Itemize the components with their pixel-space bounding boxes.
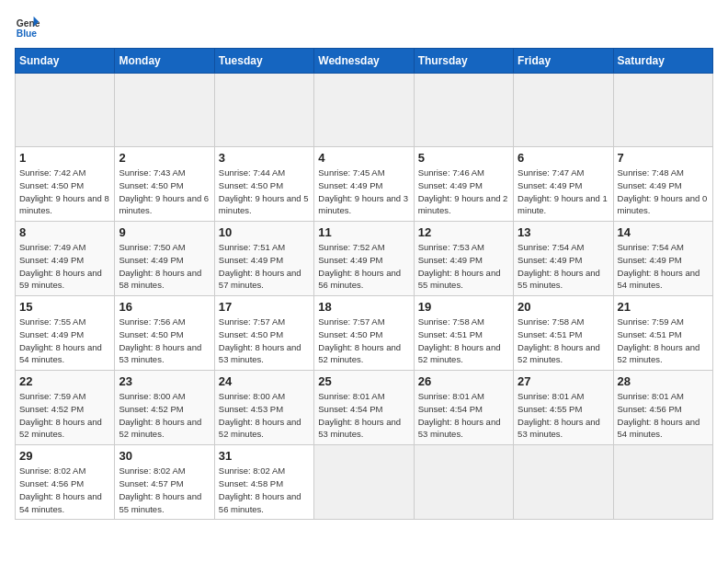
day-number: 6 (518, 151, 609, 165)
day-number: 27 (518, 374, 609, 388)
day-number: 14 (618, 225, 709, 239)
day-header-tuesday: Tuesday (214, 49, 313, 74)
calendar-cell: 10Sunrise: 7:51 AM Sunset: 4:49 PM Dayli… (214, 222, 313, 296)
day-number: 4 (318, 151, 409, 165)
calendar-cell: 1Sunrise: 7:42 AM Sunset: 4:50 PM Daylig… (16, 147, 115, 222)
calendar-cell: 23Sunrise: 8:00 AM Sunset: 4:52 PM Dayli… (115, 371, 214, 445)
day-info: Sunrise: 7:54 AM Sunset: 4:49 PM Dayligh… (618, 241, 709, 292)
day-number: 21 (618, 300, 709, 314)
calendar-cell: 4Sunrise: 7:45 AM Sunset: 4:49 PM Daylig… (314, 147, 414, 222)
day-info: Sunrise: 7:59 AM Sunset: 4:52 PM Dayligh… (19, 390, 110, 441)
calendar-cell: 14Sunrise: 7:54 AM Sunset: 4:49 PM Dayli… (613, 222, 712, 296)
day-info: Sunrise: 7:43 AM Sunset: 4:50 PM Dayligh… (119, 167, 210, 217)
day-number: 9 (119, 225, 210, 239)
calendar-cell: 6Sunrise: 7:47 AM Sunset: 4:49 PM Daylig… (514, 147, 613, 222)
day-number: 31 (219, 449, 310, 463)
week-row-4: 22Sunrise: 7:59 AM Sunset: 4:52 PM Dayli… (16, 371, 713, 445)
day-info: Sunrise: 7:49 AM Sunset: 4:49 PM Dayligh… (19, 241, 110, 292)
calendar-cell: 7Sunrise: 7:48 AM Sunset: 4:49 PM Daylig… (613, 147, 712, 222)
calendar-cell: 5Sunrise: 7:46 AM Sunset: 4:49 PM Daylig… (414, 147, 513, 222)
week-row-3: 15Sunrise: 7:55 AM Sunset: 4:49 PM Dayli… (16, 296, 713, 371)
day-number: 20 (518, 300, 609, 314)
day-number: 1 (19, 151, 110, 165)
calendar-cell (115, 74, 214, 147)
calendar-cell: 16Sunrise: 7:56 AM Sunset: 4:50 PM Dayli… (115, 296, 214, 371)
calendar-cell: 15Sunrise: 7:55 AM Sunset: 4:49 PM Dayli… (16, 296, 115, 371)
calendar-cell: 31Sunrise: 8:02 AM Sunset: 4:58 PM Dayli… (214, 445, 313, 520)
week-row-0 (16, 74, 713, 147)
day-info: Sunrise: 7:53 AM Sunset: 4:49 PM Dayligh… (418, 241, 509, 292)
calendar-cell: 22Sunrise: 7:59 AM Sunset: 4:52 PM Dayli… (16, 371, 115, 445)
day-info: Sunrise: 7:45 AM Sunset: 4:49 PM Dayligh… (318, 167, 409, 217)
day-info: Sunrise: 7:57 AM Sunset: 4:50 PM Dayligh… (318, 316, 409, 366)
day-number: 28 (618, 374, 709, 388)
day-number: 29 (19, 449, 110, 463)
day-number: 26 (418, 374, 509, 388)
day-header-thursday: Thursday (414, 49, 513, 74)
day-number: 16 (119, 300, 210, 314)
day-info: Sunrise: 8:00 AM Sunset: 4:52 PM Dayligh… (119, 390, 210, 441)
calendar-cell (314, 445, 414, 520)
day-number: 22 (19, 374, 110, 388)
calendar-cell: 21Sunrise: 7:59 AM Sunset: 4:51 PM Dayli… (613, 296, 712, 371)
day-number: 15 (19, 300, 110, 314)
day-info: Sunrise: 7:55 AM Sunset: 4:49 PM Dayligh… (19, 316, 110, 366)
calendar-cell (16, 74, 115, 147)
day-info: Sunrise: 7:52 AM Sunset: 4:49 PM Dayligh… (318, 241, 409, 292)
day-info: Sunrise: 8:01 AM Sunset: 4:56 PM Dayligh… (618, 390, 709, 441)
day-number: 8 (19, 225, 110, 239)
day-number: 13 (518, 225, 609, 239)
calendar-cell (613, 445, 712, 520)
week-row-5: 29Sunrise: 8:02 AM Sunset: 4:56 PM Dayli… (16, 445, 713, 520)
day-header-friday: Friday (514, 49, 613, 74)
calendar-cell: 26Sunrise: 8:01 AM Sunset: 4:54 PM Dayli… (414, 371, 513, 445)
day-number: 2 (119, 151, 210, 165)
day-info: Sunrise: 8:01 AM Sunset: 4:54 PM Dayligh… (318, 390, 409, 441)
day-header-wednesday: Wednesday (314, 49, 414, 74)
calendar-cell: 17Sunrise: 7:57 AM Sunset: 4:50 PM Dayli… (214, 296, 313, 371)
calendar-cell (414, 74, 513, 147)
calendar-cell (613, 74, 712, 147)
day-number: 24 (219, 374, 310, 388)
calendar-cell: 20Sunrise: 7:58 AM Sunset: 4:51 PM Dayli… (514, 296, 613, 371)
day-info: Sunrise: 7:48 AM Sunset: 4:49 PM Dayligh… (618, 167, 709, 217)
day-number: 10 (219, 225, 310, 239)
calendar-cell: 30Sunrise: 8:02 AM Sunset: 4:57 PM Dayli… (115, 445, 214, 520)
day-info: Sunrise: 7:47 AM Sunset: 4:49 PM Dayligh… (518, 167, 609, 217)
day-number: 18 (318, 300, 409, 314)
logo: General Blue (15, 15, 40, 40)
calendar-cell: 2Sunrise: 7:43 AM Sunset: 4:50 PM Daylig… (115, 147, 214, 222)
calendar-cell: 18Sunrise: 7:57 AM Sunset: 4:50 PM Dayli… (314, 296, 414, 371)
calendar-cell (514, 445, 613, 520)
calendar-cell: 28Sunrise: 8:01 AM Sunset: 4:56 PM Dayli… (613, 371, 712, 445)
day-info: Sunrise: 8:00 AM Sunset: 4:53 PM Dayligh… (219, 390, 310, 441)
calendar-cell (214, 74, 313, 147)
calendar-cell: 12Sunrise: 7:53 AM Sunset: 4:49 PM Dayli… (414, 222, 513, 296)
logo-icon: General Blue (15, 15, 40, 40)
day-info: Sunrise: 7:59 AM Sunset: 4:51 PM Dayligh… (618, 316, 709, 366)
calendar-cell: 29Sunrise: 8:02 AM Sunset: 4:56 PM Dayli… (16, 445, 115, 520)
day-number: 17 (219, 300, 310, 314)
day-header-monday: Monday (115, 49, 214, 74)
calendar-cell (514, 74, 613, 147)
day-number: 5 (418, 151, 509, 165)
day-info: Sunrise: 8:02 AM Sunset: 4:57 PM Dayligh… (119, 465, 210, 515)
calendar-cell: 27Sunrise: 8:01 AM Sunset: 4:55 PM Dayli… (514, 371, 613, 445)
calendar-cell: 25Sunrise: 8:01 AM Sunset: 4:54 PM Dayli… (314, 371, 414, 445)
day-number: 7 (618, 151, 709, 165)
day-info: Sunrise: 8:01 AM Sunset: 4:55 PM Dayligh… (518, 390, 609, 441)
day-info: Sunrise: 8:02 AM Sunset: 4:58 PM Dayligh… (219, 465, 310, 515)
day-number: 12 (418, 225, 509, 239)
day-info: Sunrise: 7:54 AM Sunset: 4:49 PM Dayligh… (518, 241, 609, 292)
day-number: 3 (219, 151, 310, 165)
week-row-1: 1Sunrise: 7:42 AM Sunset: 4:50 PM Daylig… (16, 147, 713, 222)
day-number: 30 (119, 449, 210, 463)
day-info: Sunrise: 7:50 AM Sunset: 4:49 PM Dayligh… (119, 241, 210, 292)
day-header-saturday: Saturday (613, 49, 712, 74)
calendar-cell (314, 74, 414, 147)
day-header-sunday: Sunday (16, 49, 115, 74)
day-number: 23 (119, 374, 210, 388)
page-header: General Blue (15, 15, 713, 40)
day-info: Sunrise: 7:56 AM Sunset: 4:50 PM Dayligh… (119, 316, 210, 366)
calendar-cell: 24Sunrise: 8:00 AM Sunset: 4:53 PM Dayli… (214, 371, 313, 445)
